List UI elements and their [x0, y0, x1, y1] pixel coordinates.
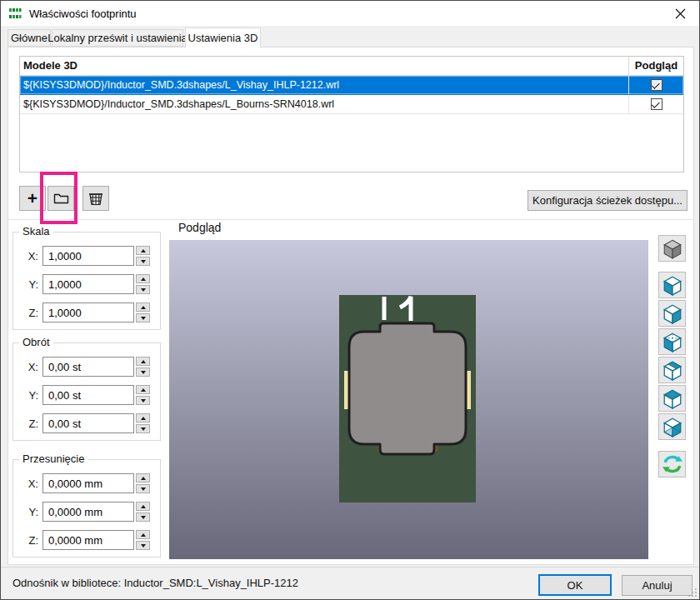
arrow-down-icon: [141, 260, 146, 263]
footprint-pads-icon: [8, 7, 22, 20]
arrow-up-icon: [141, 477, 146, 480]
models-3d-table: Modele 3D Podgląd ${KISYS3DMOD}/Inductor…: [19, 56, 684, 172]
arrow-down-icon: [141, 317, 146, 320]
arrow-up-icon: [141, 306, 146, 309]
check-icon: [652, 99, 660, 108]
trash-icon: [88, 192, 103, 206]
rotation-y-input[interactable]: [42, 385, 134, 405]
view-right-button[interactable]: [658, 300, 686, 327]
scale-x-input[interactable]: [42, 246, 134, 266]
axis-label-z: Z:: [22, 534, 38, 547]
view-bottom-button[interactable]: [658, 413, 686, 440]
view-back-button[interactable]: [658, 357, 686, 383]
folder-open-icon: [53, 192, 69, 205]
scale-y-row: Y:: [22, 274, 150, 294]
axis-label-x: X:: [22, 361, 38, 373]
arrow-up-icon: [141, 505, 146, 508]
axis-label-x: X:: [22, 250, 38, 262]
spin-up-button[interactable]: [136, 413, 150, 422]
refresh-icon: [662, 453, 683, 475]
check-icon: [652, 80, 660, 88]
spin-down-button[interactable]: [136, 512, 150, 522]
footer-divider: [1, 567, 699, 568]
spin-down-button[interactable]: [136, 484, 150, 493]
offset-y-spinner: [136, 502, 150, 522]
rotation-group: Obrót X: Y: Z:: [12, 342, 161, 441]
preview-checkbox[interactable]: [651, 79, 662, 91]
pad-right: [467, 371, 471, 409]
offset-x-spinner: [136, 473, 150, 493]
scale-y-input[interactable]: [42, 274, 134, 294]
tab-ustawienia-3d[interactable]: Ustawienia 3D: [185, 28, 261, 48]
tab-glowne[interactable]: Główne: [8, 29, 51, 47]
rotation-z-input[interactable]: [42, 413, 134, 433]
title-bar[interactable]: Właściwości footprintu: [1, 1, 699, 26]
offset-x-input[interactable]: [42, 473, 134, 493]
spin-down-button[interactable]: [136, 396, 150, 405]
group-title: Skala: [19, 225, 53, 238]
refresh-view-button[interactable]: [658, 451, 686, 478]
cube-top-icon: [662, 388, 683, 409]
arrow-up-icon: [141, 278, 146, 281]
arrow-down-icon: [141, 399, 146, 402]
spin-up-button[interactable]: [136, 530, 150, 539]
scale-group: Skala X: Y: Z:: [12, 232, 161, 330]
scale-z-input[interactable]: [42, 302, 134, 322]
configure-paths-button[interactable]: Konfiguracja ścieżek dostępu...: [528, 190, 688, 211]
preview-checkbox-cell: [628, 76, 683, 94]
preview-3d-viewport[interactable]: [169, 240, 648, 559]
spin-up-button[interactable]: [136, 274, 150, 283]
spin-down-button[interactable]: [136, 424, 150, 433]
spin-up-button[interactable]: [136, 502, 150, 511]
rotation-x-row: X:: [22, 357, 150, 377]
view-front-button[interactable]: [658, 328, 686, 355]
spin-down-button[interactable]: [136, 257, 150, 266]
scale-x-spinner: [136, 246, 150, 266]
table-row[interactable]: ${KISYS3DMOD}/Inductor_SMD.3dshapes/L_Vi…: [20, 76, 683, 95]
arrow-up-icon: [141, 388, 146, 392]
rotation-x-input[interactable]: [42, 357, 134, 377]
cancel-button[interactable]: Anuluj: [622, 575, 692, 596]
table-row[interactable]: ${KISYS3DMOD}/Inductor_SMD.3dshapes/L_Bo…: [20, 95, 683, 114]
spin-down-button[interactable]: [136, 285, 150, 294]
arrow-up-icon: [141, 360, 146, 363]
cube-front-icon: [662, 331, 683, 352]
group-title: Przesunięcie: [19, 452, 88, 465]
spin-up-button[interactable]: [136, 385, 150, 394]
arrow-up-icon: [141, 417, 146, 420]
scale-z-spinner: [136, 302, 150, 322]
add-model-button[interactable]: +: [19, 186, 46, 211]
column-header-models: Modele 3D: [20, 57, 629, 75]
tab-lokalny-przeswit[interactable]: Lokalny prześwit i ustawienia: [52, 29, 183, 47]
offset-group: Przesunięcie X: Y: Z:: [12, 459, 161, 558]
offset-y-input[interactable]: [42, 502, 134, 522]
inductor-body: [349, 323, 466, 454]
preview-checkbox[interactable]: [651, 98, 662, 110]
cube-right-icon: [662, 302, 683, 324]
spin-up-button[interactable]: [136, 357, 150, 366]
offset-z-row: Z:: [22, 530, 150, 550]
spin-up-button[interactable]: [136, 302, 150, 312]
spin-down-button[interactable]: [136, 368, 150, 377]
browse-folder-button[interactable]: [48, 186, 74, 211]
resize-grip[interactable]: [688, 588, 698, 598]
close-icon: [675, 8, 686, 19]
cube-gray-icon: [662, 238, 683, 259]
cube-bottom-icon: [662, 416, 683, 438]
offset-z-input[interactable]: [42, 530, 134, 550]
axis-label-y: Y:: [22, 278, 38, 291]
view-left-button[interactable]: [658, 272, 686, 298]
offset-x-row: X:: [22, 473, 150, 493]
spin-up-button[interactable]: [136, 246, 150, 255]
spin-down-button[interactable]: [136, 541, 150, 550]
model-path: ${KISYS3DMOD}/Inductor_SMD.3dshapes/L_Bo…: [20, 98, 629, 110]
rotation-y-spinner: [136, 385, 150, 405]
view-top-button[interactable]: [658, 385, 686, 412]
ok-button[interactable]: OK: [538, 574, 612, 596]
close-button[interactable]: [662, 1, 699, 26]
delete-model-button[interactable]: [82, 186, 109, 211]
spin-up-button[interactable]: [136, 473, 150, 482]
spin-down-button[interactable]: [136, 313, 150, 322]
arrow-down-icon: [141, 288, 146, 292]
isometric-view-button[interactable]: [658, 235, 686, 262]
